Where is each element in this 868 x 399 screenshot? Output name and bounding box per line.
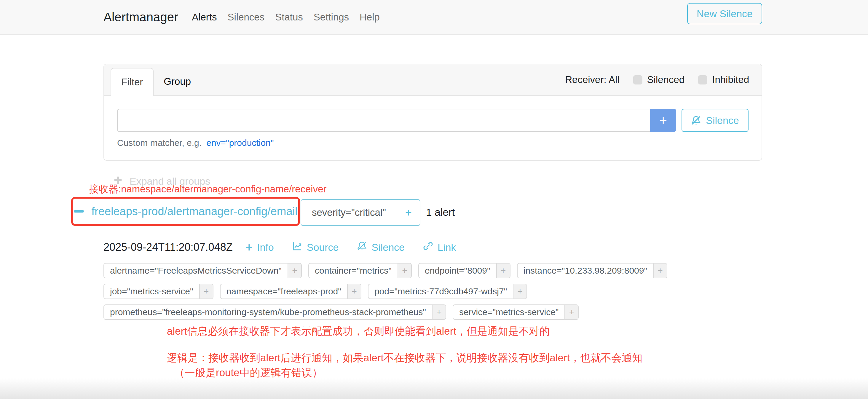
silence-filter-label: Silence	[706, 115, 739, 126]
brand-alertmanager[interactable]: Alertmanager	[103, 10, 178, 24]
group-matcher-label: severity="critical"	[301, 200, 397, 225]
collapse-minus-icon	[74, 210, 84, 213]
label-text: container="metrics"	[309, 264, 398, 278]
tab-group[interactable]: Group	[154, 68, 201, 96]
screenshot-bottom-fade	[0, 378, 868, 399]
annotation-highlight-box: freeleaps-prod/alertmanager-config/email	[71, 197, 300, 226]
filter-card-body: + Silence Custom matcher, e.g. env="prod…	[104, 96, 762, 148]
filter-card-header: Filter Group Receiver: All Silenced Inhi…	[104, 64, 762, 96]
plus-icon: +	[246, 242, 253, 252]
link-button[interactable]: Link	[423, 241, 456, 253]
label-chip-job[interactable]: job="metrics-service" +	[103, 284, 213, 299]
alert-labels: alertname="FreeleapsMetricsServiceDown" …	[103, 263, 667, 325]
silenced-checkbox[interactable]: Silenced	[633, 74, 685, 85]
alert-count: 1 alert	[426, 205, 455, 219]
nav-help[interactable]: Help	[360, 11, 380, 23]
label-add-button[interactable]: +	[496, 264, 510, 278]
label-add-button[interactable]: +	[287, 264, 301, 278]
label-add-button[interactable]: +	[564, 305, 578, 319]
label-chip-service[interactable]: service="metrics-service" +	[453, 304, 579, 320]
bell-slash-icon	[357, 241, 367, 253]
matcher-hint: Custom matcher, e.g. env="production"	[117, 138, 748, 148]
tab-filter[interactable]: Filter	[111, 68, 154, 96]
label-row: alertname="FreeleapsMetricsServiceDown" …	[103, 263, 667, 278]
label-add-button[interactable]: +	[513, 284, 526, 299]
label-text: service="metrics-service"	[453, 305, 565, 319]
label-add-button[interactable]: +	[199, 284, 213, 299]
label-add-button[interactable]: +	[347, 284, 361, 299]
top-navbar: Alertmanager Alerts Silences Status Sett…	[0, 0, 868, 35]
silence-alert-label: Silence	[371, 242, 405, 253]
label-add-button[interactable]: +	[653, 264, 667, 278]
annotation-logic-note-line2: （一般是route中的逻辑有错误）	[174, 366, 322, 380]
alert-header-row: 2025-09-24T11:20:07.048Z + Info Source S…	[103, 239, 474, 255]
info-button[interactable]: + Info	[246, 242, 274, 253]
annotation-logic-note-line1: 逻辑是：接收器收到alert后进行通知，如果alert不在接收器下，说明接收器没…	[167, 351, 642, 365]
info-label: Info	[257, 242, 274, 253]
link-label: Link	[438, 242, 456, 253]
silenced-label: Silenced	[647, 74, 685, 85]
receiver-selector[interactable]: Receiver: All	[565, 74, 619, 85]
label-text: instance="10.233.98.209:8009"	[518, 264, 653, 278]
label-text: alertname="FreeleapsMetricsServiceDown"	[104, 264, 287, 278]
nav-settings[interactable]: Settings	[314, 11, 349, 23]
add-matcher-button[interactable]: +	[650, 109, 676, 132]
checkbox-icon[interactable]	[698, 75, 707, 85]
label-row: prometheus="freeleaps-monitoring-system/…	[103, 304, 667, 320]
label-text: pod="metrics-77d9cdb497-wdsj7"	[369, 284, 513, 299]
source-button[interactable]: Source	[292, 241, 339, 253]
filter-card-tabs: Filter Group	[111, 68, 201, 96]
nav-status[interactable]: Status	[275, 11, 303, 23]
nav-alerts[interactable]: Alerts	[192, 11, 217, 23]
label-text: job="metrics-service"	[104, 284, 199, 299]
receiver-group-button[interactable]: freeleaps-prod/alertmanager-config/email	[73, 198, 298, 224]
label-chip-prometheus[interactable]: prometheus="freeleaps-monitoring-system/…	[103, 304, 446, 320]
inhibited-checkbox[interactable]: Inhibited	[698, 74, 749, 85]
group-matcher-button[interactable]: severity="critical" +	[301, 199, 421, 226]
matcher-input[interactable]	[117, 109, 650, 132]
label-chip-instance[interactable]: instance="10.233.98.209:8009" +	[517, 263, 667, 278]
checkbox-icon[interactable]	[633, 75, 642, 85]
silence-filter-button[interactable]: Silence	[682, 109, 748, 132]
label-chip-alertname[interactable]: alertname="FreeleapsMetricsServiceDown" …	[103, 263, 302, 278]
label-row: job="metrics-service" + namespace="freel…	[103, 284, 667, 299]
nav-silences[interactable]: Silences	[227, 11, 265, 23]
filter-card: Filter Group Receiver: All Silenced Inhi…	[103, 64, 762, 161]
bell-slash-icon	[691, 115, 701, 125]
label-chip-namespace[interactable]: namespace="freeleaps-prod" +	[220, 284, 361, 299]
silence-alert-button[interactable]: Silence	[357, 241, 405, 253]
chart-icon	[292, 241, 302, 253]
new-silence-button[interactable]: New Silence	[687, 3, 762, 24]
alert-timestamp: 2025-09-24T11:20:07.048Z	[103, 241, 233, 253]
matcher-input-group: +	[117, 109, 676, 132]
matcher-example-link[interactable]: env="production"	[206, 138, 274, 148]
group-matcher-add-button[interactable]: +	[397, 200, 420, 225]
alertmanager-page: Alertmanager Alerts Silences Status Sett…	[0, 0, 868, 399]
hint-text: Custom matcher, e.g.	[117, 138, 202, 148]
label-chip-container[interactable]: container="metrics" +	[308, 263, 412, 278]
label-chip-pod[interactable]: pod="metrics-77d9cdb497-wdsj7" +	[368, 284, 527, 299]
inhibited-label: Inhibited	[712, 74, 749, 85]
label-add-button[interactable]: +	[398, 264, 411, 278]
label-text: namespace="freeleaps-prod"	[221, 284, 347, 299]
link-icon	[423, 241, 433, 253]
label-text: endpoint="8009"	[419, 264, 496, 278]
source-label: Source	[307, 242, 339, 253]
label-text: prometheus="freeleaps-monitoring-system/…	[104, 305, 432, 319]
main-nav: Alerts Silences Status Settings Help	[192, 11, 380, 23]
receiver-group-label: freeleaps-prod/alertmanager-config/email	[92, 205, 298, 218]
annotation-receiver-note: 接收器:namespace/altermanager-config-name/r…	[89, 183, 327, 196]
matcher-input-row: + Silence	[117, 109, 748, 132]
label-chip-endpoint[interactable]: endpoint="8009" +	[418, 263, 510, 278]
annotation-success-note: alert信息必须在接收器下才表示配置成功，否则即使能看到alert，但是通知是…	[167, 324, 550, 338]
label-add-button[interactable]: +	[432, 305, 445, 319]
